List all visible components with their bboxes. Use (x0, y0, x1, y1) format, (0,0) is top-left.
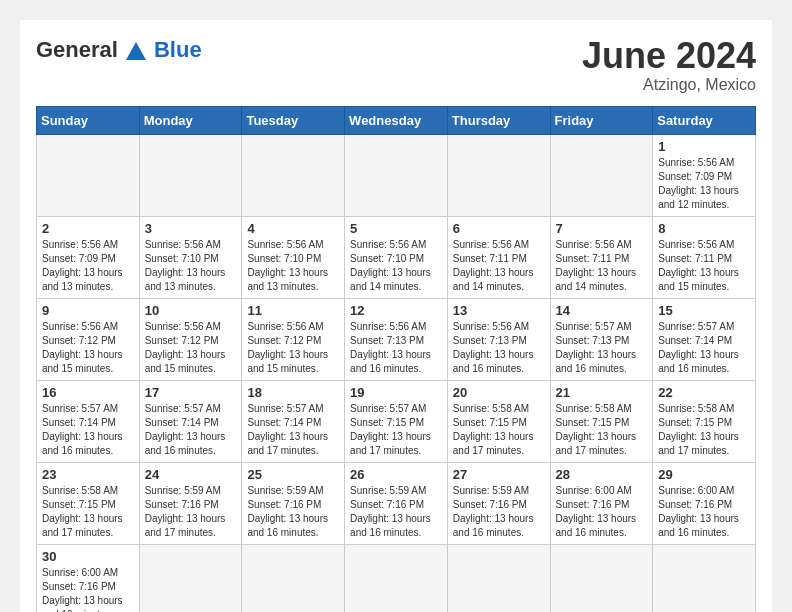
day-number: 9 (42, 303, 134, 318)
day-number: 8 (658, 221, 750, 236)
location: Atzingo, Mexico (582, 76, 756, 94)
day-number: 1 (658, 139, 750, 154)
calendar-cell: 15Sunrise: 5:57 AMSunset: 7:14 PMDayligh… (653, 298, 756, 380)
day-number: 20 (453, 385, 545, 400)
week-row-6: 30Sunrise: 6:00 AMSunset: 7:16 PMDayligh… (37, 544, 756, 612)
day-info: Sunrise: 5:56 AMSunset: 7:10 PMDaylight:… (247, 238, 339, 294)
day-number: 18 (247, 385, 339, 400)
calendar-cell: 12Sunrise: 5:56 AMSunset: 7:13 PMDayligh… (345, 298, 448, 380)
day-number: 2 (42, 221, 134, 236)
calendar-cell (345, 544, 448, 612)
day-number: 10 (145, 303, 237, 318)
day-number: 16 (42, 385, 134, 400)
calendar-cell: 10Sunrise: 5:56 AMSunset: 7:12 PMDayligh… (139, 298, 242, 380)
day-number: 29 (658, 467, 750, 482)
day-number: 30 (42, 549, 134, 564)
day-number: 4 (247, 221, 339, 236)
calendar-cell: 16Sunrise: 5:57 AMSunset: 7:14 PMDayligh… (37, 380, 140, 462)
day-info: Sunrise: 6:00 AMSunset: 7:16 PMDaylight:… (658, 484, 750, 540)
day-info: Sunrise: 5:56 AMSunset: 7:11 PMDaylight:… (658, 238, 750, 294)
day-number: 28 (556, 467, 648, 482)
calendar-cell (447, 134, 550, 216)
calendar-cell: 21Sunrise: 5:58 AMSunset: 7:15 PMDayligh… (550, 380, 653, 462)
week-row-2: 2Sunrise: 5:56 AMSunset: 7:09 PMDaylight… (37, 216, 756, 298)
calendar-cell: 11Sunrise: 5:56 AMSunset: 7:12 PMDayligh… (242, 298, 345, 380)
calendar-cell: 13Sunrise: 5:56 AMSunset: 7:13 PMDayligh… (447, 298, 550, 380)
day-number: 14 (556, 303, 648, 318)
day-info: Sunrise: 5:56 AMSunset: 7:10 PMDaylight:… (350, 238, 442, 294)
day-info: Sunrise: 5:56 AMSunset: 7:09 PMDaylight:… (42, 238, 134, 294)
calendar-cell: 20Sunrise: 5:58 AMSunset: 7:15 PMDayligh… (447, 380, 550, 462)
day-number: 15 (658, 303, 750, 318)
calendar-cell (653, 544, 756, 612)
day-number: 21 (556, 385, 648, 400)
calendar-cell: 17Sunrise: 5:57 AMSunset: 7:14 PMDayligh… (139, 380, 242, 462)
day-number: 23 (42, 467, 134, 482)
week-row-4: 16Sunrise: 5:57 AMSunset: 7:14 PMDayligh… (37, 380, 756, 462)
calendar-cell: 1Sunrise: 5:56 AMSunset: 7:09 PMDaylight… (653, 134, 756, 216)
header: General Blue June 2024 Atzingo, Mexico (36, 36, 756, 94)
day-info: Sunrise: 5:57 AMSunset: 7:15 PMDaylight:… (350, 402, 442, 458)
calendar-cell: 6Sunrise: 5:56 AMSunset: 7:11 PMDaylight… (447, 216, 550, 298)
day-number: 19 (350, 385, 442, 400)
calendar-cell: 25Sunrise: 5:59 AMSunset: 7:16 PMDayligh… (242, 462, 345, 544)
day-info: Sunrise: 5:56 AMSunset: 7:09 PMDaylight:… (658, 156, 750, 212)
logo-text-general: General (36, 37, 118, 63)
day-info: Sunrise: 6:00 AMSunset: 7:16 PMDaylight:… (42, 566, 134, 612)
day-info: Sunrise: 5:59 AMSunset: 7:16 PMDaylight:… (350, 484, 442, 540)
calendar-cell (242, 544, 345, 612)
weekday-header-sunday: Sunday (37, 106, 140, 134)
logo-area: General Blue (36, 36, 202, 64)
weekday-header-saturday: Saturday (653, 106, 756, 134)
week-row-3: 9Sunrise: 5:56 AMSunset: 7:12 PMDaylight… (37, 298, 756, 380)
calendar-cell (345, 134, 448, 216)
calendar-cell (139, 134, 242, 216)
day-info: Sunrise: 5:59 AMSunset: 7:16 PMDaylight:… (145, 484, 237, 540)
calendar-cell: 5Sunrise: 5:56 AMSunset: 7:10 PMDaylight… (345, 216, 448, 298)
day-info: Sunrise: 5:56 AMSunset: 7:13 PMDaylight:… (453, 320, 545, 376)
calendar-cell: 23Sunrise: 5:58 AMSunset: 7:15 PMDayligh… (37, 462, 140, 544)
calendar-cell: 27Sunrise: 5:59 AMSunset: 7:16 PMDayligh… (447, 462, 550, 544)
day-number: 25 (247, 467, 339, 482)
day-number: 22 (658, 385, 750, 400)
calendar-cell: 8Sunrise: 5:56 AMSunset: 7:11 PMDaylight… (653, 216, 756, 298)
logo: General Blue (36, 36, 202, 64)
calendar-cell: 2Sunrise: 5:56 AMSunset: 7:09 PMDaylight… (37, 216, 140, 298)
day-info: Sunrise: 5:56 AMSunset: 7:12 PMDaylight:… (247, 320, 339, 376)
logo-text-blue: Blue (154, 37, 202, 63)
calendar-cell (550, 134, 653, 216)
calendar-cell: 19Sunrise: 5:57 AMSunset: 7:15 PMDayligh… (345, 380, 448, 462)
day-info: Sunrise: 5:57 AMSunset: 7:14 PMDaylight:… (247, 402, 339, 458)
title-area: June 2024 Atzingo, Mexico (582, 36, 756, 94)
day-info: Sunrise: 5:56 AMSunset: 7:11 PMDaylight:… (556, 238, 648, 294)
weekday-header-thursday: Thursday (447, 106, 550, 134)
day-number: 27 (453, 467, 545, 482)
day-info: Sunrise: 6:00 AMSunset: 7:16 PMDaylight:… (556, 484, 648, 540)
logo-icon (122, 36, 150, 64)
day-number: 12 (350, 303, 442, 318)
week-row-5: 23Sunrise: 5:58 AMSunset: 7:15 PMDayligh… (37, 462, 756, 544)
day-info: Sunrise: 5:56 AMSunset: 7:11 PMDaylight:… (453, 238, 545, 294)
month-title: June 2024 (582, 36, 756, 76)
day-number: 6 (453, 221, 545, 236)
day-info: Sunrise: 5:56 AMSunset: 7:12 PMDaylight:… (145, 320, 237, 376)
calendar-cell: 14Sunrise: 5:57 AMSunset: 7:13 PMDayligh… (550, 298, 653, 380)
day-info: Sunrise: 5:57 AMSunset: 7:14 PMDaylight:… (145, 402, 237, 458)
calendar-cell: 22Sunrise: 5:58 AMSunset: 7:15 PMDayligh… (653, 380, 756, 462)
week-row-1: 1Sunrise: 5:56 AMSunset: 7:09 PMDaylight… (37, 134, 756, 216)
calendar-cell: 24Sunrise: 5:59 AMSunset: 7:16 PMDayligh… (139, 462, 242, 544)
day-info: Sunrise: 5:57 AMSunset: 7:14 PMDaylight:… (658, 320, 750, 376)
day-info: Sunrise: 5:58 AMSunset: 7:15 PMDaylight:… (453, 402, 545, 458)
weekday-header-row: SundayMondayTuesdayWednesdayThursdayFrid… (37, 106, 756, 134)
day-number: 13 (453, 303, 545, 318)
day-number: 17 (145, 385, 237, 400)
day-number: 5 (350, 221, 442, 236)
day-number: 7 (556, 221, 648, 236)
day-number: 11 (247, 303, 339, 318)
calendar-cell: 9Sunrise: 5:56 AMSunset: 7:12 PMDaylight… (37, 298, 140, 380)
page: General Blue June 2024 Atzingo, Mexico S… (20, 20, 772, 612)
day-info: Sunrise: 5:57 AMSunset: 7:13 PMDaylight:… (556, 320, 648, 376)
day-info: Sunrise: 5:57 AMSunset: 7:14 PMDaylight:… (42, 402, 134, 458)
day-info: Sunrise: 5:58 AMSunset: 7:15 PMDaylight:… (556, 402, 648, 458)
day-info: Sunrise: 5:56 AMSunset: 7:12 PMDaylight:… (42, 320, 134, 376)
